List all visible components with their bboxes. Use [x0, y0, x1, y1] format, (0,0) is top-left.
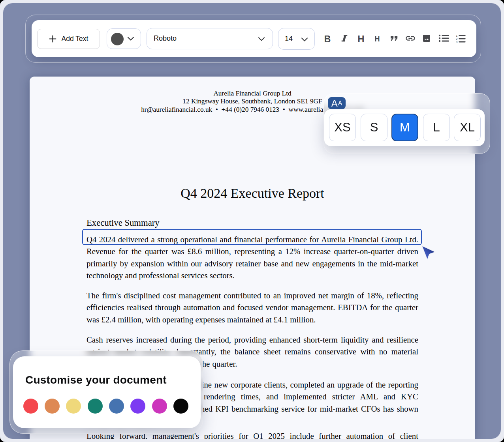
svg-text:3: 3: [456, 40, 457, 43]
